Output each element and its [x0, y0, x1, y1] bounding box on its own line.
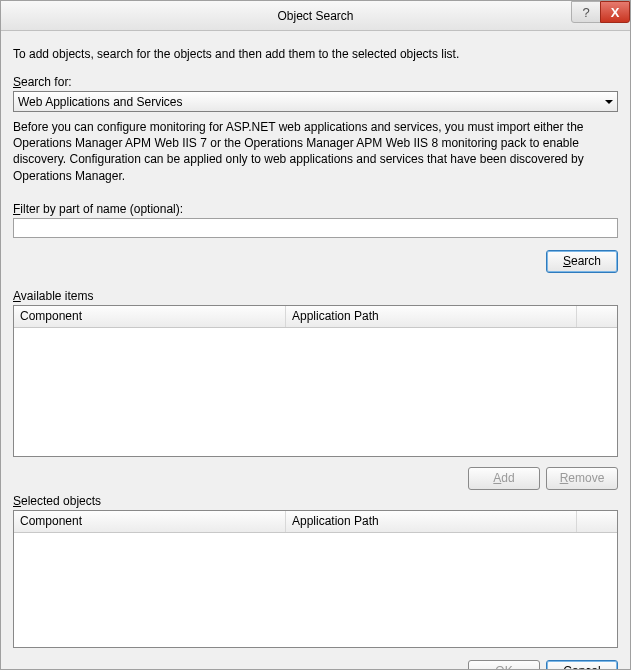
chevron-down-icon	[605, 100, 613, 104]
remove-button: Remove	[546, 467, 618, 490]
search-button-row: Search	[13, 250, 618, 273]
available-items-label: Available items	[13, 289, 618, 303]
search-for-dropdown[interactable]: Web Applications and Services	[13, 91, 618, 112]
ok-button: OK	[468, 660, 540, 670]
available-grid-body	[14, 328, 617, 456]
description-text: Before you can configure monitoring for …	[13, 119, 618, 184]
column-application-path[interactable]: Application Path	[286, 306, 577, 327]
selected-objects-grid[interactable]: Component Application Path	[13, 510, 618, 648]
selected-grid-header: Component Application Path	[14, 511, 617, 533]
column-spacer	[577, 306, 617, 327]
window-buttons: ? X	[572, 1, 630, 23]
close-button[interactable]: X	[600, 1, 630, 23]
window-title: Object Search	[277, 9, 353, 23]
column-application-path[interactable]: Application Path	[286, 511, 577, 532]
filter-label: Filter by part of name (optional):	[13, 202, 618, 216]
filter-input[interactable]	[13, 218, 618, 238]
column-spacer	[577, 511, 617, 532]
help-button[interactable]: ?	[571, 1, 601, 23]
instruction-text: To add objects, search for the objects a…	[13, 47, 618, 61]
search-for-value: Web Applications and Services	[18, 95, 183, 109]
dialog-content: To add objects, search for the objects a…	[1, 31, 630, 670]
selected-objects-label: Selected objects	[13, 494, 618, 508]
search-for-label: Search for:	[13, 75, 618, 89]
column-component[interactable]: Component	[14, 306, 286, 327]
add-remove-row: Add Remove	[13, 467, 618, 490]
cancel-button[interactable]: Cancel	[546, 660, 618, 670]
available-grid-header: Component Application Path	[14, 306, 617, 328]
titlebar: Object Search ? X	[1, 1, 630, 31]
dialog-buttons: OK Cancel	[13, 660, 618, 670]
column-component[interactable]: Component	[14, 511, 286, 532]
add-button: Add	[468, 467, 540, 490]
available-items-grid[interactable]: Component Application Path	[13, 305, 618, 457]
search-button[interactable]: Search	[546, 250, 618, 273]
selected-grid-body	[14, 533, 617, 647]
